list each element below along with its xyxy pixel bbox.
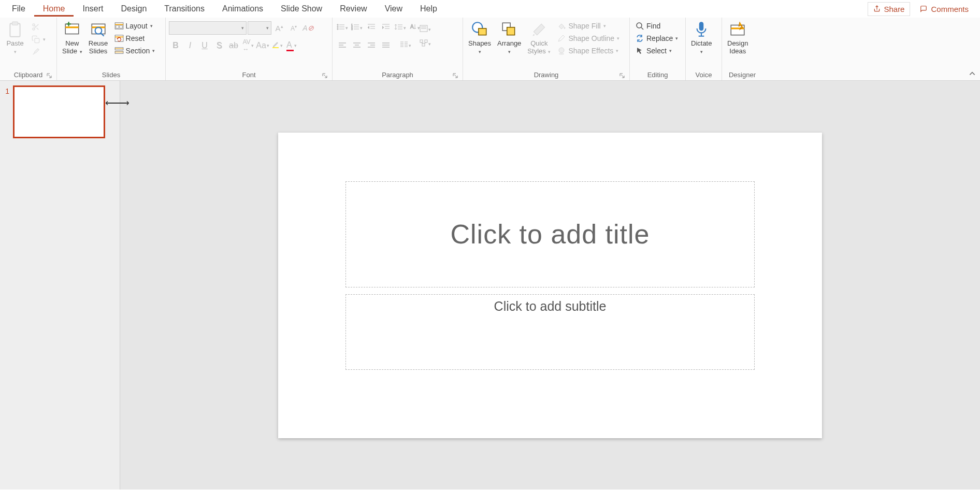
thumbnail-pane[interactable]: 1 ⟵⟶ [0,81,120,489]
drawing-dialog-launcher[interactable] [619,73,625,79]
design-ideas-button[interactable]: Design Ideas [725,19,750,56]
chevron-down-icon: ▾ [150,23,153,28]
font-color-button[interactable]: A▾ [285,39,298,52]
tab-home[interactable]: Home [34,1,74,17]
tab-help[interactable]: Help [411,1,446,17]
reuse-slides-button[interactable]: Reuse Slides [87,19,110,56]
columns-button[interactable]: ▾ [399,39,412,52]
tab-insert[interactable]: Insert [74,1,112,17]
chevron-down-icon: ▾ [409,43,411,48]
highlight-button[interactable]: ▾ [270,39,284,52]
numbering-button[interactable]: 123▾ [350,21,364,35]
copy-button[interactable]: ▾ [29,34,48,45]
decrease-indent-button[interactable] [365,21,378,35]
change-case-icon: Aa [256,41,266,50]
shapes-button[interactable]: Shapes▾ [466,19,493,56]
paintbrush-icon [31,47,40,56]
font-size-combo[interactable]: ▾ [248,21,271,35]
microphone-icon [692,20,711,39]
select-button[interactable]: Select▾ [633,45,680,56]
tab-transitions[interactable]: Transitions [155,1,213,17]
shape-effects-button[interactable]: Shape Effects▾ [555,45,622,56]
tab-file[interactable]: File [3,1,34,17]
justify-button[interactable] [379,39,393,52]
tab-slideshow[interactable]: Slide Show [272,1,331,17]
strikethrough-icon: ab [229,41,238,50]
align-center-button[interactable] [350,39,364,52]
shape-outline-label: Shape Outline [568,34,614,42]
svg-point-83 [559,53,564,55]
collapse-ribbon-button[interactable] [969,70,978,79]
paragraph-dialog-launcher[interactable] [452,73,458,79]
font-name-combo[interactable]: ▾ [169,21,247,35]
dictate-button[interactable]: Dictate▾ [689,19,714,56]
italic-button[interactable]: I [183,39,197,52]
replace-button[interactable]: Replace▾ [633,33,680,44]
layout-button[interactable]: Layout▾ [112,20,157,32]
chevron-down-icon: ▾ [548,49,551,54]
tab-design[interactable]: Design [112,1,155,17]
share-button[interactable]: Share [868,2,910,16]
tab-review[interactable]: Review [331,1,376,17]
align-text-button[interactable]: ▾ [420,23,431,36]
shadow-button[interactable]: S [212,39,226,52]
strikethrough-button[interactable]: ab [227,39,240,52]
svg-point-82 [559,48,564,53]
comments-button[interactable]: Comments [914,3,974,16]
find-button[interactable]: Find [633,20,680,32]
paste-button[interactable]: Paste▾ [3,19,27,56]
svg-rect-74 [422,44,425,46]
clear-formatting-button[interactable]: A⊘ [301,21,315,35]
title-placeholder[interactable]: Click to add title [345,181,755,287]
change-case-button[interactable]: Aa▾ [256,39,269,52]
char-spacing-button[interactable]: AV↔▾ [241,39,255,52]
line-spacing-button[interactable]: ▾ [394,21,407,35]
arrange-button[interactable]: Arrange▾ [495,19,523,56]
svg-point-27 [337,24,338,25]
svg-point-2 [33,24,35,26]
font-dialog-launcher[interactable] [322,73,328,79]
bullets-button[interactable]: ▾ [336,21,349,35]
reset-label: Reset [126,34,145,42]
underline-button[interactable]: U [198,39,211,52]
tab-animations[interactable]: Animations [213,1,272,17]
align-right-button[interactable] [365,39,378,52]
chevron-down-icon: ▾ [403,25,406,31]
align-left-button[interactable] [336,39,349,52]
font-color-icon: A [286,40,294,51]
increase-indent-button[interactable] [379,21,393,35]
shape-fill-label: Shape Fill [568,22,600,30]
chevron-down-icon: ▾ [294,43,297,48]
quick-styles-button[interactable]: Quick Styles ▾ [525,19,553,56]
comments-label: Comments [931,5,969,13]
chevron-down-icon: ▾ [80,49,82,54]
chevron-down-icon: ▾ [428,41,431,47]
voice-group-label: Voice [689,70,718,80]
slide-canvas[interactable]: Click to add title Click to add subtitle [278,133,822,438]
canvas-area[interactable]: Click to add title Click to add subtitle [120,81,980,489]
new-slide-button[interactable]: New Slide ▾ [60,19,84,56]
increase-font-button[interactable]: A▴ [272,21,286,35]
section-button[interactable]: Section▾ [112,45,157,56]
justify-icon [382,41,390,50]
shape-outline-button[interactable]: Shape Outline▾ [555,33,622,44]
menu-tabs: File Home Insert Design Transitions Anim… [0,0,980,18]
chevron-down-icon: ▾ [669,48,672,53]
paste-icon [6,20,24,39]
clear-format-icon: A⊘ [302,24,313,32]
shape-effects-label: Shape Effects [568,47,613,55]
tab-view[interactable]: View [376,1,411,17]
subtitle-placeholder[interactable]: Click to add subtitle [345,294,755,370]
decrease-font-button[interactable]: A▾ [287,21,300,35]
cut-button[interactable] [29,21,48,33]
slide-thumbnail-1[interactable] [13,86,105,138]
format-painter-button[interactable] [29,46,48,57]
shape-fill-button[interactable]: Shape Fill▾ [555,20,622,32]
layout-label: Layout [126,22,148,30]
clipboard-dialog-launcher[interactable] [46,73,52,79]
section-icon [114,46,124,55]
bold-button[interactable]: B [169,39,182,52]
smartart-button[interactable]: ▾ [420,37,431,51]
reset-button[interactable]: Reset [112,33,157,44]
chevron-down-icon: ▾ [617,36,619,41]
